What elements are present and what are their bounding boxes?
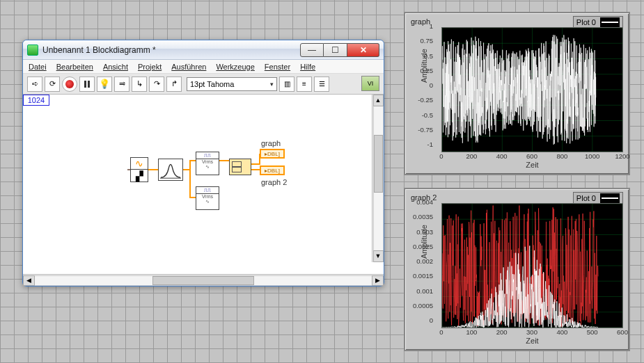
menu-fenster[interactable]: Fenster bbox=[265, 63, 290, 71]
block-diagram-window: Unbenannt 1 Blockdiagramm * — ☐ ✕ Datei … bbox=[22, 40, 384, 287]
window-buttons: — ☐ ✕ bbox=[300, 43, 379, 57]
font-selector[interactable]: 13pt Tahoma bbox=[187, 77, 277, 91]
menu-hilfe[interactable]: Hilfe bbox=[300, 63, 315, 71]
graph2-ylabel: Amplitude bbox=[420, 225, 428, 259]
window-title: Unbenannt 1 Blockdiagramm * bbox=[42, 45, 300, 55]
gaussian-node[interactable] bbox=[158, 159, 183, 181]
diagram-wires bbox=[23, 95, 384, 274]
scroll-down-button[interactable]: ▼ bbox=[373, 250, 384, 262]
close-button[interactable]: ✕ bbox=[347, 43, 379, 57]
menu-ansicht[interactable]: Ansicht bbox=[103, 63, 128, 71]
record-button[interactable] bbox=[62, 76, 77, 92]
distribute-button[interactable]: ≡ bbox=[297, 76, 312, 92]
graph2-terminal-label: graph 2 bbox=[261, 178, 287, 186]
menu-projekt[interactable]: Projekt bbox=[138, 63, 162, 71]
minimize-button[interactable]: — bbox=[300, 43, 324, 57]
context-help-icon[interactable]: VI bbox=[361, 76, 379, 91]
graph-xlabel: Zeit bbox=[441, 161, 623, 169]
graph-terminal[interactable]: ▸DBL] bbox=[260, 149, 285, 159]
graph2-xlabel: Zeit bbox=[441, 337, 623, 345]
rms-node-2[interactable]: ⎍⎍ Vrms∿ bbox=[196, 186, 219, 210]
window-titlebar[interactable]: Unbenannt 1 Blockdiagramm * — ☐ ✕ bbox=[23, 40, 384, 60]
rms-node-icon: ⎍⎍ bbox=[196, 152, 219, 159]
build-array-node[interactable] bbox=[229, 159, 251, 175]
reorder-button[interactable]: ☰ bbox=[314, 76, 329, 92]
highlight-button[interactable]: 💡 bbox=[97, 76, 112, 92]
menu-bearbeiten[interactable]: Bearbeiten bbox=[56, 63, 93, 71]
pause-button[interactable] bbox=[79, 76, 95, 92]
menu-ausfuehren[interactable]: Ausführen bbox=[171, 63, 206, 71]
vertical-scrollbar[interactable]: ▲ ▼ bbox=[372, 95, 384, 262]
run-button[interactable]: ➪ bbox=[27, 76, 42, 92]
graph2-xticks: 0100200300400500600 bbox=[441, 328, 623, 337]
diagram-canvas[interactable]: 1024 ∿ ▞ ⎍⎍ Vrms∿ ⎍⎍ Vrms∿ ▸DBL] ▸DBL] g… bbox=[23, 95, 384, 274]
step-over-button[interactable]: ↷ bbox=[149, 76, 164, 92]
menu-bar: Datei Bearbeiten Ansicht Projekt Ausführ… bbox=[23, 60, 384, 74]
legend-swatch-icon bbox=[600, 17, 620, 27]
noise-icon: ▞ bbox=[131, 170, 148, 182]
scroll-left-button[interactable]: ◀ bbox=[23, 275, 35, 286]
graph-ylabel: Amplitude bbox=[420, 49, 428, 83]
signal-generator-node[interactable]: ∿ ▞ bbox=[130, 157, 148, 182]
graph-plot-area[interactable]: Amplitude bbox=[441, 27, 623, 152]
graph2-plot-area[interactable]: Amplitude bbox=[441, 203, 623, 328]
legend-swatch-icon bbox=[600, 193, 620, 203]
app-icon bbox=[27, 45, 38, 56]
retain-wire-button[interactable]: ⥤ bbox=[114, 76, 129, 92]
menu-werkzeuge[interactable]: Werkzeuge bbox=[216, 63, 254, 71]
toolbar: ➪ ⟳ 💡 ⥤ ↳ ↷ ↱ 13pt Tahoma ▥ ≡ ☰ VI bbox=[23, 74, 384, 95]
rms-node-icon: ⎍⎍ bbox=[196, 187, 219, 194]
graph-panel: graph Plot 0 -1-0.75-0.5-0.2500.250.50.7… bbox=[404, 12, 630, 175]
maximize-button[interactable]: ☐ bbox=[324, 43, 347, 57]
scroll-up-button[interactable]: ▲ bbox=[373, 95, 384, 106]
scroll-thumb-h[interactable] bbox=[152, 276, 253, 285]
run-continuous-button[interactable]: ⟳ bbox=[45, 76, 60, 92]
horizontal-scrollbar[interactable]: ◀ ▶ bbox=[23, 274, 384, 286]
scroll-right-button[interactable]: ▶ bbox=[372, 275, 384, 286]
graph-xticks: 020040060080010001200 bbox=[441, 152, 623, 161]
graph-terminal-label: graph bbox=[261, 139, 281, 147]
menu-datei[interactable]: Datei bbox=[29, 63, 47, 71]
step-out-button[interactable]: ↱ bbox=[166, 76, 182, 92]
numeric-constant[interactable]: 1024 bbox=[23, 95, 49, 106]
graph2-panel: graph 2 Plot 0 00.00050.0010.00150.0020.… bbox=[404, 188, 630, 351]
step-into-button[interactable]: ↳ bbox=[132, 76, 147, 92]
graph2-terminal[interactable]: ▸DBL] bbox=[260, 166, 285, 175]
align-button[interactable]: ▥ bbox=[279, 76, 294, 92]
rms-node-1[interactable]: ⎍⎍ Vrms∿ bbox=[196, 152, 219, 175]
scroll-thumb-v[interactable] bbox=[374, 135, 383, 193]
sine-icon: ∿ bbox=[131, 158, 148, 170]
